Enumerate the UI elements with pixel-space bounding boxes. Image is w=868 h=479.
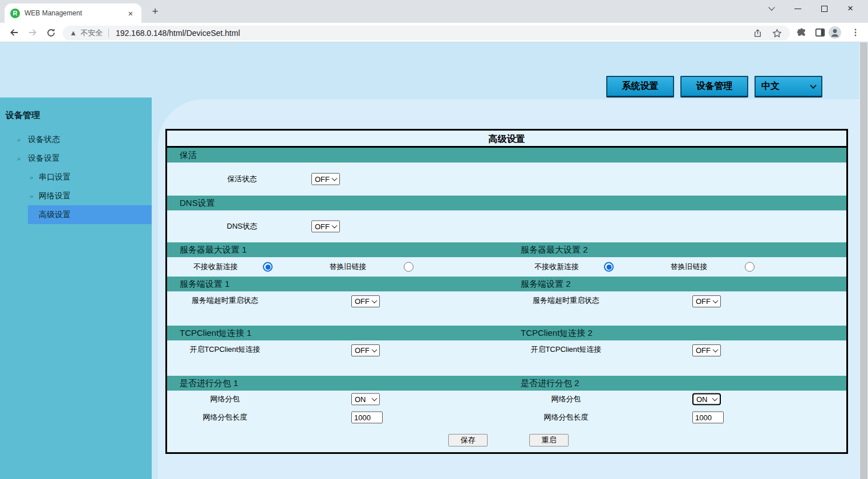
sidebar-item-device-settings[interactable]: » 设备设置: [0, 149, 152, 168]
packet-length-label-2: 网络分包长度: [508, 412, 624, 423]
section-server-max: 服务器最大设置 1 服务器最大设置 2: [167, 242, 846, 257]
dns-status-select[interactable]: OFF: [311, 221, 340, 233]
section-keepalive: 保活: [167, 148, 846, 163]
tcpclient-enable-label-2: 开启TCPClient短连接: [508, 344, 624, 355]
not-secure-label[interactable]: 不安全: [80, 28, 103, 38]
keepalive-row: 保活状态 OFF: [167, 163, 846, 196]
packet-length-input-2[interactable]: [692, 412, 724, 424]
new-tab-button[interactable]: +: [148, 5, 162, 18]
replace-old-link-radio-2[interactable]: [745, 262, 755, 272]
device-management-button[interactable]: 设备管理: [680, 76, 748, 98]
no-new-connection-radio-2[interactable]: [604, 262, 614, 272]
tcpclient-enable-select-2[interactable]: OFF: [692, 344, 721, 356]
restart-button[interactable]: 重启: [529, 434, 569, 446]
bullet-arrow-icon: »: [17, 136, 21, 143]
sidebar-item-serial-settings[interactable]: » 串口设置: [0, 168, 152, 186]
window-minimize-button[interactable]: [785, 1, 811, 17]
packet-length-input-1[interactable]: [351, 412, 383, 424]
language-value: 中文: [761, 80, 780, 92]
not-secure-warning-icon[interactable]: ▲: [70, 29, 77, 37]
packet-length-row: 网络分包长度 网络分包长度: [167, 408, 846, 427]
packet-enable-select-1[interactable]: ON: [351, 393, 380, 405]
bookmark-star-icon[interactable]: [770, 27, 783, 39]
browser-tab-bar: R WEB Management × + ×: [0, 0, 868, 23]
dns-status-label: DNS状态: [167, 221, 317, 232]
extensions-puzzle-icon[interactable]: [795, 26, 809, 39]
url-divider: [108, 29, 109, 38]
server-timeout-label-1: 服务端超时重启状态: [167, 295, 283, 306]
window-maximize-button[interactable]: [811, 1, 837, 17]
sidebar: 设备管理 » 设备状态 » 设备设置 » 串口设置 » 网络设置 高级设置: [0, 98, 152, 479]
advanced-settings-table: 高级设置 保活 保活状态 OFF DNS设置 DNS状态 OFF 服务器最大设置…: [165, 129, 848, 454]
section-tcpclient: TCPClient短连接 1 TCPClient短连接 2: [167, 326, 846, 340]
back-icon[interactable]: [7, 25, 22, 40]
tcpclient-enable-label-1: 开启TCPClient短连接: [167, 344, 283, 355]
url-text[interactable]: 192.168.0.148/html/DeviceSet.html: [116, 29, 744, 38]
bullet-arrow-icon: »: [30, 174, 33, 181]
side-panel-icon[interactable]: [813, 26, 827, 39]
packet-enable-select-2[interactable]: ON: [692, 393, 721, 405]
packet-enable-row: 网络分包 ON 网络分包 ON: [167, 391, 846, 408]
server-side-row: 服务端超时重启状态 OFF 服务端超时重启状态 OFF: [167, 291, 846, 326]
keepalive-status-label: 保活状态: [167, 174, 317, 184]
tab-title: WEB Management: [25, 9, 125, 17]
forward-icon: [25, 25, 40, 40]
tab-close-icon[interactable]: ×: [125, 9, 136, 18]
replace-old-link-label-1: 替换旧链接: [308, 262, 388, 272]
section-server-side: 服务端设置 1 服务端设置 2: [167, 277, 846, 291]
packet-enable-label-2: 网络分包: [508, 394, 624, 404]
tcpclient-enable-select-1[interactable]: OFF: [351, 344, 380, 356]
language-select[interactable]: 中文: [755, 76, 822, 98]
site-favicon-icon: R: [10, 9, 20, 18]
content-panel: 高级设置 保活 保活状态 OFF DNS设置 DNS状态 OFF 服务器最大设置…: [158, 99, 859, 479]
no-new-connection-label-1: 不接收新连接: [176, 262, 255, 272]
window-close-button[interactable]: ×: [837, 1, 863, 17]
dns-row: DNS状态 OFF: [167, 210, 846, 242]
web-page: 系统设置 设备管理 中文 设备管理 » 设备状态 » 设备设置 » 串口设置 »…: [0, 43, 859, 479]
replace-old-link-radio-1[interactable]: [404, 262, 413, 272]
sidebar-title: 设备管理: [0, 98, 152, 121]
window-controls: ×: [759, 0, 863, 17]
reload-icon[interactable]: [43, 25, 58, 40]
server-timeout-label-2: 服务端超时重启状态: [508, 295, 624, 306]
form-buttons-row: 保存 重启: [167, 427, 846, 452]
bullet-arrow-icon: »: [30, 193, 33, 200]
keepalive-status-select[interactable]: OFF: [311, 173, 340, 185]
section-packet: 是否进行分包 1 是否进行分包 2: [167, 376, 846, 391]
no-new-connection-label-2: 不接收新连接: [517, 262, 597, 272]
table-title: 高级设置: [167, 131, 846, 148]
sidebar-item-device-status[interactable]: » 设备状态: [0, 130, 152, 149]
tcpclient-row: 开启TCPClient短连接 OFF 开启TCPClient短连接 OFF: [167, 340, 846, 376]
sidebar-menu: » 设备状态 » 设备设置 » 串口设置 » 网络设置 高级设置: [0, 130, 152, 224]
address-bar[interactable]: ▲ 不安全 192.168.0.148/html/DeviceSet.html: [63, 26, 790, 40]
server-timeout-select-1[interactable]: OFF: [351, 295, 380, 307]
chevron-down-icon: [810, 82, 816, 88]
no-new-connection-radio-1[interactable]: [263, 262, 273, 272]
page-scrollbar[interactable]: [859, 43, 868, 479]
scrollbar-thumb[interactable]: [860, 43, 867, 479]
system-settings-button[interactable]: 系统设置: [606, 76, 674, 98]
save-button[interactable]: 保存: [448, 434, 488, 446]
bullet-arrow-icon: »: [17, 155, 21, 162]
browser-tab[interactable]: R WEB Management ×: [5, 3, 141, 23]
tab-search-chevron-icon[interactable]: [759, 1, 785, 17]
replace-old-link-label-2: 替换旧链接: [649, 262, 729, 272]
sidebar-item-network-settings[interactable]: » 网络设置: [0, 186, 152, 205]
server-timeout-select-2[interactable]: OFF: [692, 295, 721, 307]
profile-avatar[interactable]: [828, 26, 842, 39]
packet-length-label-1: 网络分包长度: [167, 412, 283, 423]
share-icon[interactable]: [751, 27, 764, 39]
section-dns: DNS设置: [167, 196, 846, 210]
browser-menu-dots-icon[interactable]: [849, 26, 862, 39]
server-max-radio-row: 不接收新连接 替换旧链接 不接收新连接 替换旧链接: [167, 257, 846, 277]
packet-enable-label-1: 网络分包: [167, 394, 283, 404]
sidebar-item-advanced-settings[interactable]: 高级设置: [0, 205, 152, 224]
